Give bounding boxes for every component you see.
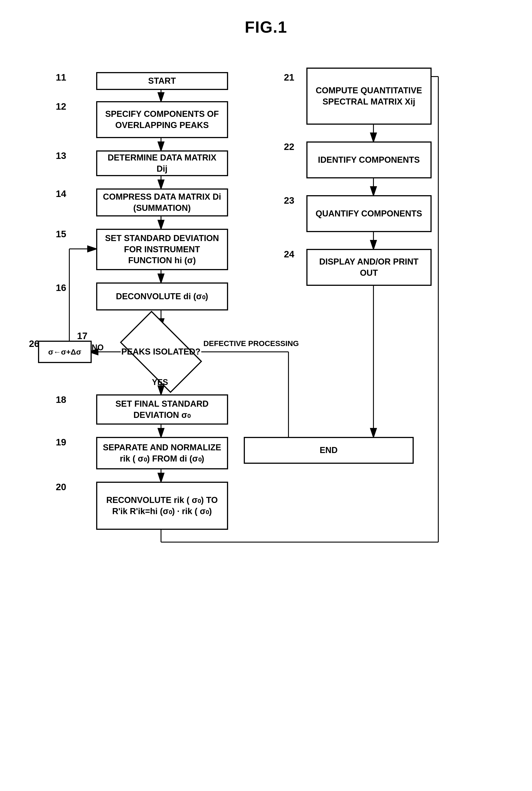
box-23: QUANTIFY COMPONENTS	[306, 195, 432, 232]
box-20: RECONVOLUTE rik ( σ₀) TO R'ik R'ik=hi (σ…	[96, 482, 228, 530]
label-19: 19	[56, 437, 66, 448]
arrows-svg	[20, 50, 512, 788]
label-12: 12	[56, 101, 66, 112]
label-14: 14	[56, 188, 66, 199]
box-18: SET FINAL STANDARD DEVIATION σ₀	[96, 394, 228, 425]
label-13: 13	[56, 150, 66, 161]
box-25: END	[244, 437, 414, 464]
label-23: 23	[284, 195, 294, 206]
box-26: σ←σ+Δσ	[38, 341, 92, 363]
page-title: FIG.1	[0, 18, 532, 36]
flowchart: 11 START 12 SPECIFY COMPONENTS OF OVERLA…	[20, 50, 512, 788]
diamond-17: PEAKS ISOLATED?	[121, 327, 201, 376]
label-yes: YES	[152, 378, 168, 387]
box-16: DECONVOLUTE di (σ₀)	[96, 282, 228, 310]
label-11: 11	[56, 72, 66, 83]
label-16: 16	[56, 282, 66, 293]
box-22: IDENTIFY COMPONENTS	[306, 142, 432, 178]
label-no: NO	[92, 343, 104, 352]
box-19: SEPARATE AND NORMALIZE rik ( σ₀) FROM di…	[96, 437, 228, 470]
box-14: COMPRESS DATA MATRIX Di (SUMMATION)	[96, 188, 228, 217]
box-21: COMPUTE QUANTITATIVE SPECTRAL MATRIX Xij	[306, 68, 432, 125]
box-24: DISPLAY AND/OR PRINT OUT	[306, 249, 432, 286]
label-15: 15	[56, 229, 66, 239]
box-13: DETERMINE DATA MATRIX Dij	[96, 150, 228, 176]
label-defective: DEFECTIVE PROCESSING	[204, 338, 299, 348]
label-20: 20	[56, 482, 66, 492]
box-12: SPECIFY COMPONENTS OF OVERLAPPING PEAKS	[96, 101, 228, 138]
label-24: 24	[284, 249, 294, 260]
label-18: 18	[56, 394, 66, 405]
box-15: SET STANDARD DEVIATION FOR INSTRUMENT FU…	[96, 229, 228, 270]
box-start: START	[96, 72, 228, 90]
label-17: 17	[77, 331, 88, 341]
label-22: 22	[284, 142, 294, 152]
label-21: 21	[284, 72, 294, 83]
